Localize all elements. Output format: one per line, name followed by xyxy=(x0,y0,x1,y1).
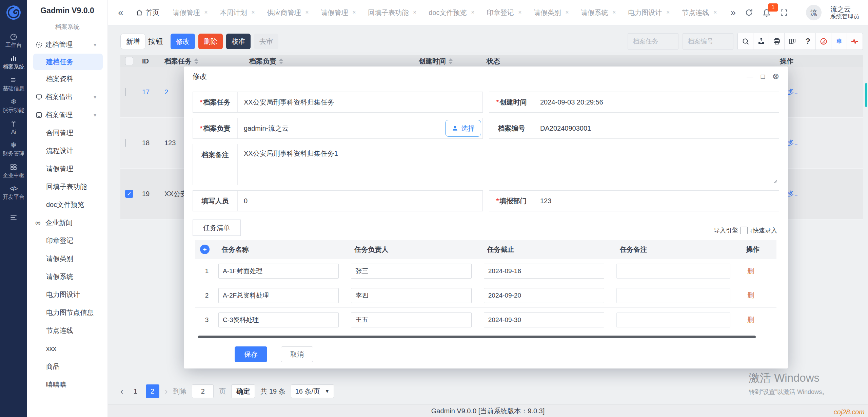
tab-7[interactable]: 请假类别× xyxy=(534,8,569,17)
pulse-icon[interactable] xyxy=(847,33,863,50)
col-id[interactable]: ID xyxy=(139,57,162,65)
tab-1[interactable]: 本周计划× xyxy=(220,8,255,17)
sidebar-item-13[interactable]: 请假系统 xyxy=(27,268,107,286)
row-checkbox[interactable]: ✓ xyxy=(125,190,133,198)
tab-2[interactable]: 供应商管理× xyxy=(267,8,309,17)
sort-icon[interactable] xyxy=(449,58,453,64)
row-checkbox[interactable] xyxy=(125,139,126,147)
rail-item-dev-platform[interactable]: </>开发平台 xyxy=(0,181,27,203)
sidebar-item-2[interactable]: 档案资料 xyxy=(27,70,107,88)
sidebar-item-10[interactable]: ∞企业新闻 xyxy=(27,214,107,232)
goto-page-input[interactable] xyxy=(192,384,214,398)
minimize-icon[interactable]: — xyxy=(747,73,753,80)
task-deadline-input[interactable] xyxy=(484,288,604,303)
sidebar-item-6[interactable]: 流程设计 xyxy=(27,142,107,160)
expand-tabs-icon[interactable]: » xyxy=(730,8,736,17)
search-icon[interactable] xyxy=(738,33,753,50)
select-owner-button[interactable]: 选择 xyxy=(445,120,481,137)
rail-item-base-info[interactable]: 基础信息 xyxy=(0,73,27,94)
sidebar-item-18[interactable]: 商品 xyxy=(27,358,107,376)
unaudit-button[interactable]: 去审 xyxy=(254,34,278,49)
table-scrollbar-thumb[interactable] xyxy=(865,83,867,107)
task-remark-input[interactable] xyxy=(616,288,730,303)
close-tab-icon[interactable]: × xyxy=(565,9,569,16)
close-tab-icon[interactable]: × xyxy=(305,9,309,16)
sidebar-item-1[interactable]: 建档任务 xyxy=(33,54,103,70)
user-avatar[interactable]: 流 xyxy=(806,5,822,20)
quick-entry-label[interactable]: ↓快速录入 xyxy=(750,226,777,234)
page-number-1[interactable]: 1 xyxy=(129,384,142,398)
goto-confirm-button[interactable]: 确定 xyxy=(231,384,255,398)
delete-task-row-link[interactable]: 删 xyxy=(743,266,776,276)
close-tab-icon[interactable]: × xyxy=(518,9,521,16)
select-all-checkbox[interactable] xyxy=(125,57,133,65)
sort-icon[interactable] xyxy=(194,58,198,64)
rail-item-workbench[interactable]: 工作台 xyxy=(0,29,27,51)
page-number-2[interactable]: 2 xyxy=(146,384,159,398)
tab-5[interactable]: doc文件预览× xyxy=(429,8,474,17)
close-tab-icon[interactable]: × xyxy=(612,9,616,16)
edit-button[interactable]: 修改 xyxy=(171,34,195,49)
sidebar-item-0[interactable]: 建档管理▼ xyxy=(27,36,107,54)
search-task-input[interactable] xyxy=(628,33,678,50)
remark-textarea[interactable]: XX公安局刑事科资料归集任务1 xyxy=(238,144,779,185)
maximize-icon[interactable]: □ xyxy=(761,73,765,80)
col-status[interactable]: 状态 xyxy=(484,57,708,66)
col-owner[interactable]: 档案负责 xyxy=(246,57,416,66)
prev-page-icon[interactable]: ‹ xyxy=(120,387,123,396)
task-owner-input[interactable] xyxy=(351,312,471,327)
close-tab-icon[interactable]: × xyxy=(352,9,356,16)
tab-home[interactable]: 首页 xyxy=(136,8,159,17)
sidebar-item-12[interactable]: 请假类别 xyxy=(27,250,107,268)
print-icon[interactable] xyxy=(769,33,785,50)
approve-button[interactable]: 核准 xyxy=(226,34,251,49)
task-deadline-input[interactable] xyxy=(484,264,604,279)
writer-input[interactable]: 0 xyxy=(238,197,482,205)
delete-button[interactable]: 删除 xyxy=(198,34,223,49)
tab-10[interactable]: 节点连线× xyxy=(682,8,717,17)
notification-bell-icon[interactable]: 1 xyxy=(762,8,771,17)
task-name-input[interactable] xyxy=(218,264,339,279)
sidebar-item-7[interactable]: 请假管理 xyxy=(27,160,107,178)
tab-8[interactable]: 请假系统× xyxy=(581,8,616,17)
horizontal-scrollbar-thumb[interactable] xyxy=(198,336,756,338)
snowflake-icon[interactable]: ❄ xyxy=(831,33,847,50)
rail-item-demo-features[interactable]: ❄演示功能 xyxy=(0,94,27,116)
add-button[interactable]: 新增 xyxy=(120,34,145,49)
task-name-input[interactable] xyxy=(218,288,339,303)
close-tab-icon[interactable]: × xyxy=(713,9,717,16)
delete-task-row-link[interactable]: 删 xyxy=(743,291,776,300)
task-owner-input[interactable] xyxy=(351,288,471,303)
close-tab-icon[interactable]: × xyxy=(413,9,416,16)
fullscreen-icon[interactable] xyxy=(780,8,788,17)
sidebar-item-16[interactable]: 节点连线 xyxy=(27,322,107,340)
task-owner-input[interactable] xyxy=(351,264,471,279)
sidebar-item-14[interactable]: 电力图设计 xyxy=(27,286,107,304)
tab-0[interactable]: 请假管理× xyxy=(173,8,208,17)
sidebar-item-17[interactable]: xxx xyxy=(27,340,107,358)
tab-4[interactable]: 回填子表功能× xyxy=(368,8,416,17)
tab-9[interactable]: 电力图设计× xyxy=(628,8,670,17)
rail-menu-icon[interactable] xyxy=(9,213,18,222)
collapse-tabs-icon[interactable]: « xyxy=(118,8,123,17)
task-input[interactable]: XX公安局刑事科资料归集任务 xyxy=(238,98,482,107)
tab-task-list[interactable]: 任务清单 xyxy=(193,220,241,236)
quick-entry-checkbox[interactable] xyxy=(740,227,748,234)
sidebar-item-15[interactable]: 电力图节点信息 xyxy=(27,304,107,322)
delete-task-row-link[interactable]: 删 xyxy=(743,315,776,324)
create-time-input[interactable]: 2024-09-03 20:29:56 xyxy=(534,98,779,106)
rail-item-enterprise-hub[interactable]: 企业中枢 xyxy=(0,159,27,181)
dept-input[interactable]: 123 xyxy=(534,197,779,205)
dashboard-gauge-icon[interactable] xyxy=(816,33,831,50)
sidebar-item-9[interactable]: doc文件预览 xyxy=(27,196,107,214)
refresh-icon[interactable] xyxy=(745,8,753,17)
user-info[interactable]: 流之云 系统管理员 xyxy=(830,5,859,20)
tab-3[interactable]: 请假管理× xyxy=(321,8,356,17)
columns-icon[interactable] xyxy=(785,33,800,50)
next-page-icon[interactable]: › xyxy=(165,387,168,396)
export-icon[interactable] xyxy=(753,33,769,50)
brand-logo-icon[interactable] xyxy=(6,5,21,20)
row-checkbox[interactable] xyxy=(125,88,126,96)
col-task[interactable]: 档案任务 xyxy=(162,57,246,66)
tab-6[interactable]: 印章登记× xyxy=(487,8,521,17)
